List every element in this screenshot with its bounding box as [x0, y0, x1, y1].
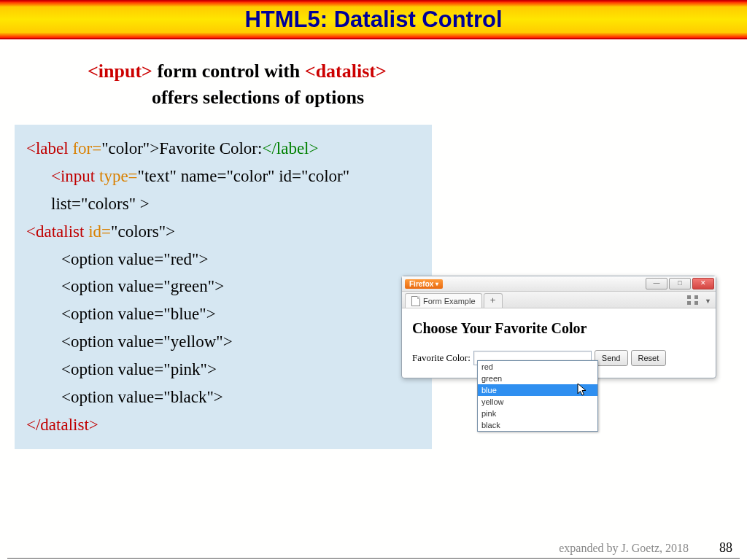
dropdown-option[interactable]: pink: [478, 408, 597, 419]
code-for-val: "color">: [101, 139, 159, 158]
close-button[interactable]: ✕: [692, 278, 714, 289]
subtitle-mid: form control with: [152, 61, 305, 82]
firefox-menu-button[interactable]: Firefox: [405, 279, 443, 289]
code-type-attr: type=: [95, 167, 137, 185]
tab-list-dropdown-icon[interactable]: ▼: [705, 298, 711, 305]
page-heading: Choose Your Favorite Color: [412, 320, 705, 337]
code-input-open: <input: [51, 167, 95, 185]
code-id-val: "colors">: [111, 222, 175, 241]
footer-credit: expanded by J. Goetz, 2018: [559, 542, 689, 554]
browser-tabs: Form Example + ▼: [402, 292, 716, 308]
window-controls: — □ ✕: [646, 278, 714, 289]
field-label: Favorite Color:: [412, 352, 471, 364]
code-datalist-close: </datalist>: [26, 416, 98, 434]
code-for-attr: for=: [69, 139, 102, 158]
slide-subtitle: <input> form control with <datalist> off…: [88, 58, 747, 112]
browser-tab[interactable]: Form Example: [405, 293, 482, 308]
dropdown-option-selected[interactable]: blue: [478, 384, 597, 396]
reset-button[interactable]: Reset: [631, 350, 667, 366]
tab-groups-icon[interactable]: [687, 295, 700, 306]
code-option: <option value="red">: [61, 246, 420, 273]
subtitle-line2: offers selections of options: [152, 85, 747, 111]
code-option: <option value="black">: [61, 384, 420, 411]
minimize-button[interactable]: —: [646, 278, 667, 289]
browser-titlebar: Firefox — □ ✕: [402, 276, 716, 292]
subtitle-tag-input: <input>: [88, 61, 152, 82]
send-button[interactable]: Send: [595, 350, 628, 366]
datalist-dropdown[interactable]: red green blue yellow pink black: [477, 360, 598, 432]
browser-window: Firefox — □ ✕ Form Example + ▼ Choose Yo…: [401, 276, 716, 378]
page-number: 88: [719, 540, 732, 555]
footer: expanded by J. Goetz, 2018 88: [559, 540, 732, 556]
code-option: <option value="yellow">: [61, 328, 420, 356]
maximize-button[interactable]: □: [669, 278, 691, 289]
code-list-attr: list="colors" >: [51, 195, 150, 213]
code-label-text: Favorite Color:: [159, 139, 262, 158]
code-datalist-open: <datalist: [26, 222, 84, 241]
dropdown-option[interactable]: red: [478, 361, 597, 373]
new-tab-button[interactable]: +: [484, 293, 503, 308]
slide-title-bar: HTML5: Datalist Control: [0, 0, 747, 39]
code-name-id: name="color" id="color": [181, 167, 349, 185]
dropdown-option[interactable]: yellow: [478, 396, 597, 408]
dropdown-option[interactable]: green: [478, 373, 597, 384]
code-example: <label for="color">Favorite Color:</labe…: [15, 125, 432, 449]
code-option: <option value="pink">: [61, 356, 420, 384]
code-label-close: </label>: [262, 139, 318, 158]
tab-title: Form Example: [423, 297, 476, 306]
code-label-open: <label: [26, 139, 69, 158]
code-id-attr: id=: [84, 222, 111, 241]
subtitle-tag-datalist: <datalist>: [305, 61, 387, 82]
dropdown-option[interactable]: black: [478, 419, 597, 431]
code-option: <option value="green">: [61, 273, 420, 300]
code-option: <option value="blue">: [61, 300, 420, 328]
page-icon: [411, 296, 420, 306]
footer-divider: [7, 558, 740, 559]
code-type-val: "text": [138, 167, 181, 185]
slide-title: HTML5: Datalist Control: [244, 7, 502, 33]
